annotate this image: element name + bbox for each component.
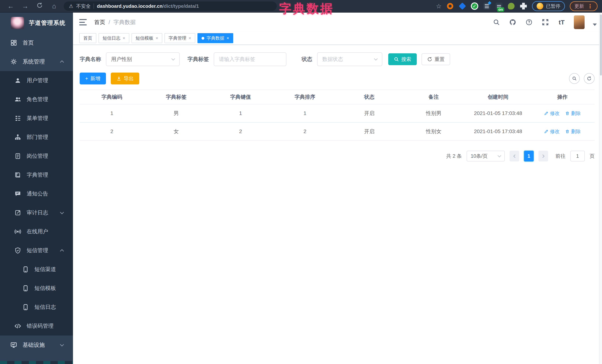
dict-name-label: 字典名称 [80,56,101,63]
current-page-button[interactable]: 1 [524,151,534,161]
breadcrumb-separator: / [108,19,110,25]
sidebar-item-menus[interactable]: 菜单管理 [0,109,73,128]
sidebar-item-audit-log[interactable]: 审计日志 [0,203,73,222]
sidebar-item-users[interactable]: 用户管理 [0,71,73,90]
next-page-button[interactable] [538,151,548,161]
close-icon[interactable]: × [226,36,229,41]
sidebar-item-sms-template[interactable]: 短信模板 [0,279,73,298]
sidebar-item-home[interactable]: 首页 [0,33,73,52]
search-button[interactable]: 搜索 [388,53,417,65]
sidebar: 芋道管理系统 首页 系统管理 用户管理 [0,13,73,364]
sidebar-item-departments[interactable]: 部门管理 [0,128,73,147]
status-select[interactable]: 数据状态 [317,52,382,66]
breadcrumb-home[interactable]: 首页 [94,19,105,26]
browser-right-cluster: ☆ ✓ on 已暂停 更新 ⋮ [436,1,602,11]
column-header: 创建时间 [466,90,530,104]
phone-icon [22,285,29,291]
sidebar-item-label: 错误码管理 [27,322,54,330]
cell-value: 2 [208,123,273,140]
profile-paused-pill[interactable]: 已暂停 [532,1,565,11]
sidebar-item-error-codes[interactable]: 错误码管理 [0,317,73,335]
extension-orange-icon[interactable] [446,2,454,10]
breadcrumb-current: 字典数据 [113,19,136,26]
active-dot [202,37,204,40]
tab-dict-data[interactable]: 字典数据 × [197,33,233,43]
dashboard-icon [10,40,17,46]
sidebar-item-dict[interactable]: 字典管理 [0,166,73,184]
sidebar-item-roles[interactable]: 角色管理 [0,90,73,109]
app-logo-block[interactable]: 芋道管理系统 [0,13,73,33]
close-icon[interactable]: × [156,36,158,41]
sidebar-item-notice[interactable]: 通知公告 [0,184,73,203]
profile-avatar [537,3,543,10]
dict-name-select[interactable]: 用户性别 [106,52,180,66]
edit-link[interactable]: 修改 [544,128,559,135]
toggle-search-icon-button[interactable] [569,73,580,84]
sidebar-item-sms[interactable]: 短信管理 [0,241,73,260]
help-icon[interactable] [525,18,533,26]
reset-button[interactable]: 重置 [422,53,450,65]
extension-on-icon[interactable]: on [495,2,503,10]
edit-link[interactable]: 修改 [544,110,559,117]
cell-label: 男 [144,104,209,122]
address-bar[interactable]: ⚠ 不安全 dashboard.yudao.iocoder.cn/dict/ty… [64,1,277,11]
reload-icon[interactable] [36,2,44,10]
sidebar-item-online-users[interactable]: 在线用户 [0,222,73,241]
status-label: 状态 [301,56,312,63]
refresh-icon-button[interactable] [584,73,595,84]
dict-tag-input[interactable] [214,52,286,66]
page-unit-label: 页 [590,153,595,159]
tab-dict-manage[interactable]: 字典管理 × [164,33,195,43]
update-pill[interactable]: 更新 ⋮ [570,1,598,11]
prev-page-button[interactable] [510,151,519,161]
font-size-icon[interactable]: tT [558,18,566,26]
security-label[interactable]: 不安全 [76,3,91,10]
avatar-caret-icon[interactable] [593,23,597,26]
export-button[interactable]: 导出 [111,73,139,84]
sidebar-item-sms-channel[interactable]: 短信渠道 [0,260,73,279]
sidebar-item-posts[interactable]: 岗位管理 [0,147,73,166]
add-button[interactable]: + 新增 [80,73,106,84]
tab-sms-log[interactable]: 短信日志 × [98,33,129,43]
close-icon[interactable]: × [189,36,191,41]
delete-link[interactable]: 删除 [565,110,581,117]
hamburger-icon[interactable] [79,19,87,25]
close-icon[interactable]: × [123,36,125,41]
sidebar-item-sms-log[interactable]: 短信日志 [0,298,73,317]
tab-sms-template[interactable]: 短信模板 × [131,33,162,43]
goto-page-input[interactable] [570,151,585,161]
search-icon[interactable] [492,18,501,26]
extension-leaf-icon[interactable] [507,2,515,10]
levels-shape [483,3,490,10]
extension-gem-icon[interactable] [459,2,466,10]
main-area: 首页 / 字典数据 tT [73,13,602,364]
extension-levels-icon[interactable] [483,2,491,10]
fullscreen-icon[interactable] [541,18,549,26]
cell-code: 1 [80,104,144,122]
home-icon[interactable]: ⌂ [50,2,58,10]
tab-home[interactable]: 首页 [79,33,96,43]
forward-icon[interactable]: → [21,2,29,10]
cell-created: 2021-01-05 17:03:48 [466,123,530,140]
delete-label: 删除 [571,110,581,117]
kebab-menu-icon[interactable]: ⋮ [587,3,593,10]
gear-icon [10,58,17,65]
extensions-puzzle-icon[interactable] [520,2,527,10]
cell-created: 2021-01-05 17:03:48 [466,104,530,122]
table-row: 1 男 1 1 开启 性别男 2021-01-05 17:03:48 修改 [80,104,595,123]
goto-label: 前往 [556,153,566,159]
scrollbar-thumb[interactable] [600,14,602,75]
page-scrollbar[interactable] [599,13,602,364]
back-icon[interactable]: ← [7,2,15,10]
sidebar-item-label: 首页 [22,39,34,47]
avatar[interactable] [574,15,585,29]
edit-label: 修改 [550,110,559,117]
delete-link[interactable]: 删除 [565,128,581,135]
page-size-select[interactable]: 10条/页 [467,151,505,161]
bookmark-star-icon[interactable]: ☆ [436,2,441,10]
extension-check-icon[interactable]: ✓ [471,2,478,10]
reset-button-label: 重置 [435,56,445,62]
sidebar-item-system[interactable]: 系统管理 [0,52,73,71]
github-icon[interactable] [509,18,517,26]
sidebar-item-infrastructure[interactable]: 基础设施 [0,335,73,354]
